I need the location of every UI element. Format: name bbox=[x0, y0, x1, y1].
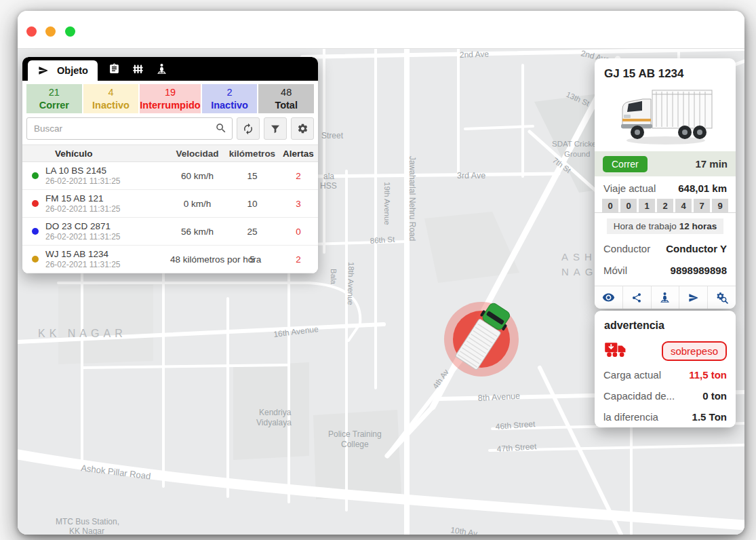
driver-value: Conductor Y bbox=[666, 243, 727, 254]
street-label: HSS bbox=[320, 181, 337, 191]
status-row: Correr 17 min bbox=[595, 151, 736, 176]
vehicle-name: DO 23 CD 2871 bbox=[45, 221, 121, 232]
status-dot bbox=[32, 228, 39, 235]
alert-count: 2 bbox=[296, 171, 301, 181]
vehicle-photo bbox=[595, 83, 736, 151]
vehicle-row-wj-15-ab-1234[interactable]: WJ 15 AB 123426-02-2021 11:31:2548 kilóm… bbox=[22, 246, 318, 273]
col-speed: Velocidad bbox=[169, 149, 226, 159]
vehicle-km: 5 bbox=[226, 254, 279, 265]
street-label: College bbox=[341, 440, 369, 449]
street-label: Ground bbox=[564, 150, 590, 158]
tab-clipboard[interactable] bbox=[106, 60, 123, 78]
panel-tabbar: Objeto bbox=[22, 57, 318, 81]
alert-count: 0 bbox=[296, 227, 301, 237]
stat-chip-interrumpido-2[interactable]: 19Interrumpido bbox=[140, 84, 200, 113]
status-badge-correr[interactable]: Correr bbox=[603, 156, 648, 172]
alert-count: 2 bbox=[296, 254, 301, 265]
status-summary: 21Correr4Inactivo19Interrumpido2Inactivo… bbox=[26, 84, 314, 113]
work-hours-pill: Hora de trabajo 12 horas bbox=[607, 218, 723, 234]
search-icon bbox=[215, 122, 227, 137]
warning-row: la diferencia1.5 Ton bbox=[595, 406, 736, 427]
vehicle-timestamp: 26-02-2021 11:31:25 bbox=[45, 260, 121, 270]
refresh-button[interactable] bbox=[237, 117, 260, 140]
driver-label: Conductor bbox=[603, 243, 650, 254]
warning-title: advertencia bbox=[595, 311, 736, 334]
work-hours-row: Hora de trabajo 12 horas bbox=[601, 218, 729, 234]
street-label: Police Training bbox=[328, 429, 382, 439]
vehicle-km: 25 bbox=[226, 227, 279, 237]
vehicle-detail-card: GJ 15 AB 1234 bbox=[595, 58, 736, 309]
street-label: KK Nagar bbox=[69, 526, 104, 535]
mobile-row: Móvil 9898989898 bbox=[595, 258, 736, 280]
trip-row: Viaje actual 648,01 km bbox=[595, 176, 736, 198]
vehicle-speed: 0 km/h bbox=[169, 199, 226, 209]
tab-person-location[interactable] bbox=[153, 60, 171, 78]
odometer-digit: 4 bbox=[675, 199, 692, 213]
warning-values: Carga actual11,5 tonCapacidad de...0 ton… bbox=[595, 364, 736, 427]
vehicle-row-do-23-cd-2871[interactable]: DO 23 CD 287126-02-2021 11:31:2556 km/h2… bbox=[22, 218, 318, 246]
status-duration: 17 min bbox=[695, 158, 728, 170]
street-label: ala bbox=[323, 172, 334, 181]
trip-value: 648,01 km bbox=[678, 182, 727, 194]
odometer-digit: 0 bbox=[602, 199, 618, 213]
tab-objeto-label: Objeto bbox=[57, 65, 88, 76]
street-label: Kendriya bbox=[259, 408, 292, 417]
driver-row: Conductor Conductor Y bbox=[595, 237, 736, 258]
mobile-label: Móvil bbox=[603, 265, 627, 276]
stat-chip-inactivo-3[interactable]: 2Inactivo bbox=[202, 84, 258, 113]
filter-button[interactable] bbox=[264, 117, 287, 140]
warning-card: advertencia sobrepeso Carga actual11,5 t… bbox=[595, 311, 736, 427]
overweight-badge[interactable]: sobrepeso bbox=[662, 341, 727, 361]
close-button[interactable] bbox=[26, 26, 37, 37]
table-header: Vehículo Velocidad kilómetros Alertas bbox=[22, 144, 318, 162]
street-label: Vidyalaya bbox=[256, 418, 292, 427]
search-input[interactable] bbox=[26, 117, 233, 140]
navigation-icon bbox=[35, 62, 52, 79]
street-label: 18th Avenue bbox=[346, 262, 355, 305]
person-location-action-button[interactable] bbox=[651, 286, 679, 309]
street-label: KK NAGAR bbox=[38, 328, 127, 339]
vehicle-timestamp: 26-02-2021 11:31:25 bbox=[45, 176, 121, 187]
alert-count: 3 bbox=[296, 199, 301, 209]
status-dot bbox=[32, 172, 39, 179]
vehicle-speed: 56 km/h bbox=[169, 227, 226, 237]
vehicle-name: FM 15 AB 121 bbox=[45, 193, 121, 204]
app-window: 2nd Ave2nd Ave13th StSDAT CricketGround7… bbox=[18, 11, 744, 535]
diagnostics-action-button[interactable] bbox=[707, 286, 736, 309]
zoom-button[interactable] bbox=[65, 26, 75, 37]
odometer-digit: 7 bbox=[694, 199, 710, 213]
street-label: Bala bbox=[330, 269, 338, 285]
vehicle-row-fm-15-ab-121[interactable]: FM 15 AB 12126-02-2021 11:31:250 km/h103 bbox=[22, 190, 318, 218]
window-titlebar bbox=[18, 11, 744, 49]
tab-fence[interactable] bbox=[130, 60, 147, 78]
street-label: 19th Avenue bbox=[383, 182, 391, 225]
eye-action-button[interactable] bbox=[595, 286, 622, 309]
stat-chip-total-4[interactable]: 48Total bbox=[258, 84, 314, 113]
vehicle-plate: GJ 15 AB 1234 bbox=[595, 58, 736, 83]
objects-panel: Objeto 21Correr4Inactivo19Interrumpido2I… bbox=[22, 57, 318, 273]
navigation-action-button[interactable] bbox=[679, 286, 707, 309]
vehicle-table: LA 10 BS 214526-02-2021 11:31:2560 km/h1… bbox=[22, 162, 318, 273]
stat-chip-correr-0[interactable]: 21Correr bbox=[26, 84, 82, 113]
warning-row: Capacidad de...0 ton bbox=[595, 385, 736, 406]
mobile-value: 9898989898 bbox=[671, 265, 727, 276]
vehicle-row-la-10-bs-2145[interactable]: LA 10 BS 214526-02-2021 11:31:2560 km/h1… bbox=[22, 162, 318, 190]
vehicle-km: 15 bbox=[226, 171, 279, 181]
vehicle-name: LA 10 BS 2145 bbox=[45, 166, 121, 176]
share-action-button[interactable] bbox=[622, 286, 651, 309]
gear-button[interactable] bbox=[291, 117, 314, 140]
tab-objeto[interactable]: Objeto bbox=[28, 60, 98, 81]
street-label: Street bbox=[321, 131, 344, 140]
search-box bbox=[26, 117, 233, 140]
vehicle-speed: 60 km/h bbox=[169, 171, 226, 181]
odometer-digit: 0 bbox=[620, 199, 637, 213]
card-actions bbox=[595, 286, 736, 309]
truck-loading-icon bbox=[603, 340, 629, 362]
vehicle-km: 10 bbox=[226, 199, 279, 209]
warning-row: Carga actual11,5 ton bbox=[595, 364, 736, 385]
search-toolbar bbox=[26, 117, 314, 140]
screenshot-stage: 2nd Ave2nd Ave13th StSDAT CricketGround7… bbox=[0, 0, 756, 540]
stat-chip-inactivo-1[interactable]: 4Inactivo bbox=[83, 84, 139, 113]
minimize-button[interactable] bbox=[45, 26, 56, 37]
vehicle-name: WJ 15 AB 1234 bbox=[45, 249, 121, 260]
